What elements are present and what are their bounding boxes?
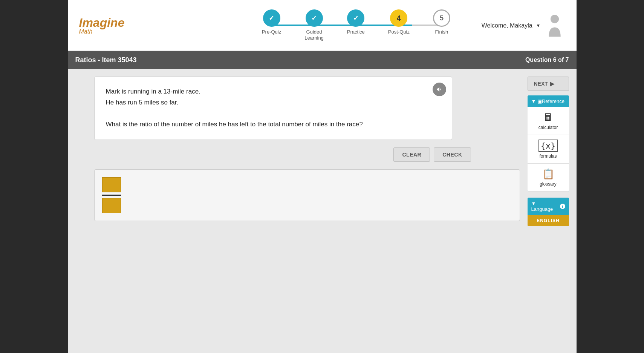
main-container: Imagine Math ✓ Pre-Quiz — [68, 0, 577, 353]
question-text: Mark is running in a 13-mile race. He ha… — [106, 86, 441, 130]
check-button[interactable]: CHECK — [434, 147, 471, 162]
step-label-practice: Practice — [347, 29, 365, 35]
action-buttons: CLEAR CHECK — [94, 147, 471, 162]
step-label-pre-quiz: Pre-Quiz — [262, 29, 281, 35]
checkmark-guided-learning: ✓ — [311, 14, 317, 22]
fraction-container — [102, 177, 512, 213]
formulas-label: formulas — [539, 153, 557, 159]
step-label-post-quiz: Post-Quiz — [388, 29, 410, 35]
audio-button[interactable] — [433, 83, 446, 96]
next-button[interactable]: NEXT ▶ — [528, 77, 569, 91]
formulas-item[interactable]: {x} formulas — [528, 135, 569, 164]
step-label-guided-learning: Guided Learning — [304, 29, 324, 41]
glossary-label: glossary — [540, 181, 557, 187]
language-header[interactable]: ▼ Language i — [528, 198, 569, 215]
logo-imagine: Imagine — [79, 16, 125, 30]
step-circle-finish: 5 — [433, 9, 450, 27]
logo: Imagine Math — [79, 16, 125, 35]
step-number-post-quiz: 4 — [397, 14, 401, 23]
avatar-svg — [545, 14, 564, 37]
fraction-line — [102, 195, 121, 196]
step-circle-guided-learning: ✓ — [306, 9, 323, 27]
checkmark-practice: ✓ — [353, 14, 359, 22]
step-circle-pre-quiz: ✓ — [263, 9, 280, 27]
fraction-denominator-box[interactable] — [102, 198, 121, 213]
step-circle-practice: ✓ — [347, 9, 364, 27]
glossary-item[interactable]: 📋 glossary — [528, 164, 569, 192]
calculator-item[interactable]: 🖩 calculator — [528, 107, 569, 135]
main-content: Mark is running in a 13-mile race. He ha… — [94, 77, 520, 226]
reference-panel: ▼ ▣Reference 🖩 calculator {x} formulas 📋… — [528, 95, 569, 192]
step-circle-post-quiz: 4 — [390, 9, 407, 27]
reference-header-text: ▼ ▣Reference — [531, 98, 564, 104]
calculator-icon: 🖩 — [543, 112, 553, 123]
language-panel: ▼ Language i ENGLISH — [528, 198, 569, 226]
logo-math: Math — [79, 28, 125, 35]
fraction-numerator-box[interactable] — [102, 177, 121, 192]
question-line4: What is the ratio of the number of miles… — [106, 119, 441, 130]
calculator-label: calculator — [538, 125, 558, 130]
reference-header[interactable]: ▼ ▣Reference — [528, 95, 569, 107]
header: Imagine Math ✓ Pre-Quiz — [68, 0, 577, 51]
step-finish: 5 Finish — [433, 9, 450, 41]
welcome-dropdown-arrow[interactable]: ▼ — [536, 23, 541, 28]
next-button-label: NEXT — [534, 81, 548, 87]
audio-icon — [436, 86, 443, 93]
language-header-text: ▼ Language — [531, 201, 558, 212]
title-bar-left: Ratios - Item 35043 — [75, 56, 137, 64]
clear-button[interactable]: CLEAR — [393, 147, 430, 162]
question-line2: He has run 5 miles so far. — [106, 97, 441, 108]
avatar — [545, 13, 565, 38]
step-label-finish: Finish — [435, 29, 448, 35]
title-bar-right: Question 6 of 7 — [525, 57, 569, 63]
next-button-arrow: ▶ — [550, 81, 554, 87]
language-info-icon: i — [560, 204, 565, 209]
step-guided-learning: ✓ Guided Learning — [304, 9, 324, 41]
question-box: Mark is running in a 13-mile race. He ha… — [94, 77, 452, 140]
formulas-icon: {x} — [538, 140, 558, 152]
step-number-finish: 5 — [440, 14, 444, 22]
welcome-area: Welcome, Makayla ▼ — [482, 13, 565, 38]
glossary-icon: 📋 — [542, 168, 554, 180]
title-bar: Ratios - Item 35043 Question 6 of 7 — [68, 51, 577, 69]
answer-area — [94, 169, 520, 221]
step-post-quiz: 4 Post-Quiz — [388, 9, 410, 41]
progress-track: ✓ Pre-Quiz ✓ Guided Learning — [262, 9, 450, 41]
right-sidebar: NEXT ▶ ▼ ▣Reference 🖩 calculator {x} for… — [528, 77, 569, 226]
step-practice: ✓ Practice — [347, 9, 365, 41]
checkmark-pre-quiz: ✓ — [269, 14, 274, 22]
question-line1: Mark is running in a 13-mile race. — [106, 86, 441, 97]
svg-point-0 — [551, 15, 559, 23]
welcome-text: Welcome, Makayla — [482, 22, 532, 29]
step-pre-quiz: ✓ Pre-Quiz — [262, 9, 281, 41]
progress-steps: ✓ Pre-Quiz ✓ Guided Learning — [262, 9, 450, 41]
english-button[interactable]: ENGLISH — [528, 215, 569, 226]
content-area: Mark is running in a 13-mile race. He ha… — [68, 69, 577, 234]
